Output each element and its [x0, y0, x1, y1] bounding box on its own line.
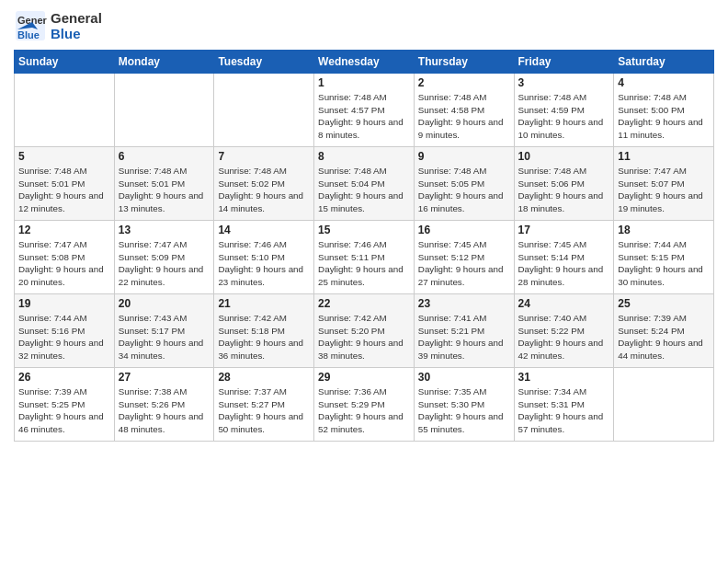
calendar-cell: 22Sunrise: 7:42 AM Sunset: 5:20 PM Dayli…	[314, 294, 415, 368]
calendar-cell: 1Sunrise: 7:48 AM Sunset: 4:57 PM Daylig…	[314, 74, 415, 147]
day-number: 22	[318, 297, 410, 310]
day-info: Sunrise: 7:42 AM Sunset: 5:18 PM Dayligh…	[218, 312, 310, 362]
calendar-cell: 9Sunrise: 7:48 AM Sunset: 5:05 PM Daylig…	[414, 147, 514, 221]
logo: General Blue General Blue	[14, 9, 102, 42]
day-number: 18	[618, 224, 710, 236]
day-number: 3	[518, 76, 610, 89]
calendar-cell: 3Sunrise: 7:48 AM Sunset: 4:59 PM Daylig…	[514, 74, 614, 147]
day-number: 21	[218, 297, 310, 310]
calendar-cell: 28Sunrise: 7:37 AM Sunset: 5:27 PM Dayli…	[214, 368, 314, 442]
calendar-cell: 17Sunrise: 7:45 AM Sunset: 5:14 PM Dayli…	[514, 221, 614, 294]
day-info: Sunrise: 7:47 AM Sunset: 5:08 PM Dayligh…	[18, 238, 110, 289]
day-number: 24	[518, 297, 610, 310]
calendar-cell: 16Sunrise: 7:45 AM Sunset: 5:12 PM Dayli…	[414, 221, 514, 294]
day-info: Sunrise: 7:35 AM Sunset: 5:30 PM Dayligh…	[418, 385, 510, 436]
day-number: 7	[218, 150, 310, 163]
day-info: Sunrise: 7:46 AM Sunset: 5:10 PM Dayligh…	[218, 238, 310, 289]
calendar-cell: 13Sunrise: 7:47 AM Sunset: 5:09 PM Dayli…	[114, 221, 214, 294]
day-number: 5	[18, 150, 110, 163]
calendar-cell: 8Sunrise: 7:48 AM Sunset: 5:04 PM Daylig…	[314, 147, 415, 221]
day-header-friday: Friday	[514, 51, 614, 74]
day-info: Sunrise: 7:48 AM Sunset: 4:58 PM Dayligh…	[418, 91, 510, 142]
calendar-week-5: 26Sunrise: 7:39 AM Sunset: 5:25 PM Dayli…	[15, 368, 714, 442]
day-info: Sunrise: 7:48 AM Sunset: 4:57 PM Dayligh…	[318, 91, 410, 142]
calendar-cell: 14Sunrise: 7:46 AM Sunset: 5:10 PM Dayli…	[214, 221, 314, 294]
day-info: Sunrise: 7:38 AM Sunset: 5:26 PM Dayligh…	[119, 385, 210, 436]
day-info: Sunrise: 7:47 AM Sunset: 5:09 PM Dayligh…	[119, 238, 210, 289]
day-info: Sunrise: 7:36 AM Sunset: 5:29 PM Dayligh…	[318, 385, 410, 436]
day-number: 10	[518, 150, 610, 163]
calendar-cell: 19Sunrise: 7:44 AM Sunset: 5:16 PM Dayli…	[15, 294, 115, 368]
calendar-cell: 6Sunrise: 7:48 AM Sunset: 5:01 PM Daylig…	[114, 147, 214, 221]
calendar-cell: 30Sunrise: 7:35 AM Sunset: 5:30 PM Dayli…	[414, 368, 514, 442]
calendar-cell: 5Sunrise: 7:48 AM Sunset: 5:01 PM Daylig…	[15, 147, 115, 221]
day-number: 29	[318, 371, 410, 384]
calendar-cell: 26Sunrise: 7:39 AM Sunset: 5:25 PM Dayli…	[15, 368, 115, 442]
calendar-week-2: 5Sunrise: 7:48 AM Sunset: 5:01 PM Daylig…	[15, 147, 714, 221]
day-number: 28	[218, 371, 310, 384]
day-header-saturday: Saturday	[614, 51, 714, 74]
day-number: 31	[518, 371, 610, 384]
svg-text:Blue: Blue	[17, 29, 40, 40]
day-info: Sunrise: 7:48 AM Sunset: 4:59 PM Dayligh…	[518, 91, 610, 142]
day-number: 8	[318, 150, 410, 163]
calendar-cell: 2Sunrise: 7:48 AM Sunset: 4:58 PM Daylig…	[414, 74, 514, 147]
day-number: 27	[119, 371, 210, 384]
calendar-cell: 25Sunrise: 7:39 AM Sunset: 5:24 PM Dayli…	[614, 294, 714, 368]
day-info: Sunrise: 7:39 AM Sunset: 5:25 PM Dayligh…	[18, 385, 110, 436]
calendar-header-row: SundayMondayTuesdayWednesdayThursdayFrid…	[15, 51, 714, 74]
day-info: Sunrise: 7:37 AM Sunset: 5:27 PM Dayligh…	[218, 385, 310, 436]
calendar-cell: 18Sunrise: 7:44 AM Sunset: 5:15 PM Dayli…	[614, 221, 714, 294]
day-number: 15	[318, 224, 410, 236]
calendar-cell	[214, 74, 314, 147]
calendar-week-4: 19Sunrise: 7:44 AM Sunset: 5:16 PM Dayli…	[15, 294, 714, 368]
logo-general: General	[51, 10, 102, 26]
day-number: 26	[18, 371, 110, 384]
day-info: Sunrise: 7:44 AM Sunset: 5:15 PM Dayligh…	[618, 238, 710, 289]
day-number: 13	[119, 224, 210, 236]
day-number: 9	[418, 150, 510, 163]
day-info: Sunrise: 7:48 AM Sunset: 5:01 PM Dayligh…	[18, 165, 110, 215]
day-info: Sunrise: 7:45 AM Sunset: 5:14 PM Dayligh…	[518, 238, 610, 289]
day-info: Sunrise: 7:48 AM Sunset: 5:01 PM Dayligh…	[119, 165, 210, 215]
calendar-cell: 20Sunrise: 7:43 AM Sunset: 5:17 PM Dayli…	[114, 294, 214, 368]
logo-svg: General Blue	[14, 9, 47, 42]
day-info: Sunrise: 7:45 AM Sunset: 5:12 PM Dayligh…	[418, 238, 510, 289]
day-number: 30	[418, 371, 510, 384]
day-info: Sunrise: 7:48 AM Sunset: 5:02 PM Dayligh…	[218, 165, 310, 215]
calendar-cell: 15Sunrise: 7:46 AM Sunset: 5:11 PM Dayli…	[314, 221, 415, 294]
day-number: 2	[418, 76, 510, 89]
calendar-cell: 31Sunrise: 7:34 AM Sunset: 5:31 PM Dayli…	[514, 368, 614, 442]
day-header-tuesday: Tuesday	[214, 51, 314, 74]
calendar-cell: 7Sunrise: 7:48 AM Sunset: 5:02 PM Daylig…	[214, 147, 314, 221]
day-info: Sunrise: 7:48 AM Sunset: 5:00 PM Dayligh…	[618, 91, 710, 142]
day-info: Sunrise: 7:34 AM Sunset: 5:31 PM Dayligh…	[518, 385, 610, 436]
calendar-cell: 10Sunrise: 7:48 AM Sunset: 5:06 PM Dayli…	[514, 147, 614, 221]
day-info: Sunrise: 7:47 AM Sunset: 5:07 PM Dayligh…	[618, 165, 710, 215]
day-number: 19	[18, 297, 110, 310]
day-number: 23	[418, 297, 510, 310]
calendar-cell: 4Sunrise: 7:48 AM Sunset: 5:00 PM Daylig…	[614, 74, 714, 147]
calendar-cell: 12Sunrise: 7:47 AM Sunset: 5:08 PM Dayli…	[15, 221, 115, 294]
day-info: Sunrise: 7:44 AM Sunset: 5:16 PM Dayligh…	[18, 312, 110, 362]
calendar-cell	[614, 368, 714, 442]
day-header-sunday: Sunday	[15, 51, 115, 74]
day-number: 12	[18, 224, 110, 236]
calendar-cell	[15, 74, 115, 147]
day-header-monday: Monday	[114, 51, 214, 74]
calendar-cell: 11Sunrise: 7:47 AM Sunset: 5:07 PM Dayli…	[614, 147, 714, 221]
calendar-cell: 24Sunrise: 7:40 AM Sunset: 5:22 PM Dayli…	[514, 294, 614, 368]
day-info: Sunrise: 7:39 AM Sunset: 5:24 PM Dayligh…	[618, 312, 710, 362]
calendar-table: SundayMondayTuesdayWednesdayThursdayFrid…	[14, 50, 714, 442]
day-info: Sunrise: 7:48 AM Sunset: 5:06 PM Dayligh…	[518, 165, 610, 215]
day-number: 11	[618, 150, 710, 163]
day-info: Sunrise: 7:40 AM Sunset: 5:22 PM Dayligh…	[518, 312, 610, 362]
day-number: 14	[218, 224, 310, 236]
day-number: 6	[119, 150, 210, 163]
day-info: Sunrise: 7:42 AM Sunset: 5:20 PM Dayligh…	[318, 312, 410, 362]
day-number: 1	[318, 76, 410, 89]
day-number: 25	[618, 297, 710, 310]
day-header-thursday: Thursday	[414, 51, 514, 74]
day-info: Sunrise: 7:43 AM Sunset: 5:17 PM Dayligh…	[119, 312, 210, 362]
calendar-cell: 29Sunrise: 7:36 AM Sunset: 5:29 PM Dayli…	[314, 368, 415, 442]
